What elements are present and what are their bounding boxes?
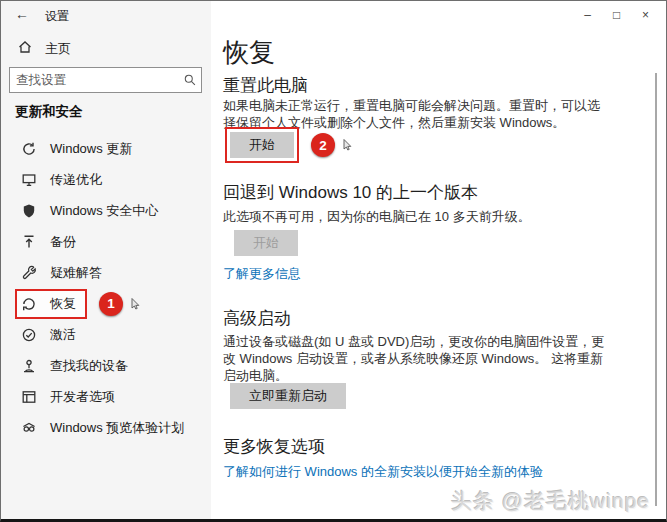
learn-more-link[interactable]: 了解更多信息 (223, 265, 301, 283)
sidebar-item-backup[interactable]: 备份 (1, 226, 211, 257)
restart-now-button[interactable]: 立即重新启动 (230, 383, 346, 409)
mouse-cursor-icon (343, 139, 352, 151)
sidebar-item-label: Windows 预览体验计划 (50, 419, 184, 437)
sidebar-item-windows-security-shield[interactable]: Windows 安全中心 (1, 195, 211, 226)
sidebar-item-box: 开发者选项 (15, 382, 126, 412)
windows-update-icon (21, 141, 37, 157)
watermark-text: 头条 @老毛桃winpe (451, 487, 650, 515)
home-label: 主页 (45, 40, 71, 58)
sidebar-item-label: 激活 (50, 326, 76, 344)
back-arrow-icon[interactable]: ← (15, 6, 29, 22)
go-back-get-started-button-disabled: 开始 (234, 230, 298, 256)
windows-security-shield-icon (21, 203, 37, 219)
sidebar-item-label: Windows 安全中心 (50, 202, 158, 220)
go-back-description: 此选项不再可用，因为你的电脑已在 10 多天前升级。 (223, 208, 653, 225)
sidebar-item-label: 疑难解答 (50, 264, 102, 282)
sidebar-item-label: Windows 更新 (50, 140, 132, 158)
sidebar-item-label: 查找我的设备 (50, 357, 128, 375)
sidebar-item-label: 传递优化 (50, 171, 102, 189)
sidebar-section-header: 更新和安全 (15, 103, 83, 121)
windows-insider-icon (21, 420, 37, 436)
sidebar-item-find-my-device[interactable]: 查找我的设备 (1, 350, 211, 381)
reset-pc-description: 如果电脑未正常运行，重置电脑可能会解决问题。重置时，可以选 择保留个人文件或删除… (223, 97, 653, 131)
reset-pc-heading: 重置此电脑 (223, 74, 308, 97)
sidebar-item-box: Windows 预览体验计划 (15, 413, 195, 443)
sidebar-selected-box: 恢复 (15, 289, 87, 319)
reset-get-started-button[interactable]: 开始 (230, 132, 294, 158)
sidebar-item-windows-insider[interactable]: Windows 预览体验计划 (1, 412, 211, 443)
advanced-startup-heading: 高级启动 (223, 307, 291, 330)
sidebar-item-developer-options[interactable]: 开发者选项 (1, 381, 211, 412)
sidebar-item-box: 备份 (15, 227, 87, 257)
recovery-icon (21, 296, 37, 312)
sidebar-item-label: 开发者选项 (50, 388, 115, 406)
sidebar-item-label: 备份 (50, 233, 76, 251)
vertical-scrollbar[interactable] (655, 73, 657, 506)
sidebar-item-troubleshoot-wrench[interactable]: 疑难解答 (1, 257, 211, 288)
sidebar-nav: Windows 更新传递优化Windows 安全中心备份疑难解答恢复1激活查找我… (1, 133, 211, 443)
sidebar-item-box: 激活 (15, 320, 87, 350)
advanced-startup-description: 通过设备或磁盘(如 U 盘或 DVD)启动，更改你的电脑固件设置，更 改 Win… (223, 333, 653, 384)
annotation-badge-1: 1 (99, 292, 123, 316)
sidebar-item-home[interactable]: 主页 (17, 39, 71, 58)
sidebar-item-delivery-optimization[interactable]: 传递优化 (1, 164, 211, 195)
mouse-cursor-icon (131, 298, 140, 310)
delivery-optimization-icon (21, 172, 37, 188)
home-icon (17, 39, 33, 58)
search-icon[interactable] (183, 73, 197, 87)
sidebar-item-label: 恢复 (50, 295, 76, 313)
more-recovery-options-heading: 更多恢复选项 (223, 435, 325, 458)
settings-search-box[interactable] (9, 67, 202, 93)
sidebar-item-box: 查找我的设备 (15, 351, 139, 381)
activation-check-icon (21, 327, 37, 343)
annotation-box-2: 开始 (225, 127, 299, 163)
search-input[interactable] (10, 73, 183, 87)
window-title: 设置 (45, 8, 69, 25)
fresh-start-link[interactable]: 了解如何进行 Windows 的全新安装以便开始全新的体验 (223, 463, 543, 481)
sidebar-item-activation-check[interactable]: 激活 (1, 319, 211, 350)
find-my-device-icon (21, 358, 37, 374)
sidebar-item-windows-update[interactable]: Windows 更新 (1, 133, 211, 164)
backup-icon (21, 234, 37, 250)
reset-pc-button-row: 开始 2 (225, 127, 352, 163)
sidebar-item-box: Windows 安全中心 (15, 196, 169, 226)
sidebar-item-recovery[interactable]: 恢复1 (1, 288, 211, 319)
developer-options-icon (21, 389, 37, 405)
main-content: 恢复 重置此电脑 如果电脑未正常运行，重置电脑可能会解决问题。重置时，可以选 择… (223, 1, 653, 519)
troubleshoot-wrench-icon (21, 265, 37, 281)
page-title: 恢复 (223, 35, 275, 70)
sidebar-item-box: 传递优化 (15, 165, 113, 195)
annotation-badge-2: 2 (311, 133, 335, 157)
go-back-heading: 回退到 Windows 10 的上一个版本 (223, 181, 478, 204)
sidebar-item-box: 疑难解答 (15, 258, 113, 288)
sidebar-item-box: Windows 更新 (15, 134, 143, 164)
